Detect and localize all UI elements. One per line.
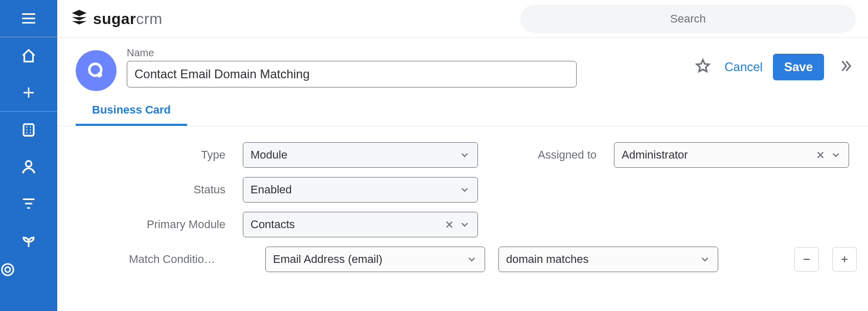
tab-strip: Business Card (57, 91, 868, 126)
plus-icon (839, 254, 850, 264)
chevron-down-icon (830, 149, 841, 161)
primary-module-label: Primary Module (57, 218, 239, 231)
form-body: Type Module Assigned to Administrator St… (57, 126, 868, 277)
plus-icon (21, 85, 36, 100)
type-label: Type (57, 148, 239, 162)
svg-rect-0 (24, 124, 34, 136)
star-icon (695, 58, 711, 74)
status-label: Status (57, 183, 239, 196)
nav-accounts-button[interactable] (0, 112, 57, 148)
svg-point-1 (26, 161, 31, 167)
status-value: Enabled (250, 183, 459, 196)
nav-target-button[interactable] (0, 259, 57, 279)
chevron-down-icon (699, 254, 711, 265)
type-select[interactable]: Module (243, 142, 478, 168)
match-conditions-label: Match Conditio… (57, 253, 229, 266)
nav-contacts-button[interactable] (0, 148, 57, 185)
primary-module-value: Contacts (250, 218, 444, 231)
more-actions-button[interactable] (834, 55, 857, 79)
record-header: Name Cancel Save (57, 38, 868, 91)
save-button[interactable]: Save (773, 54, 824, 80)
primary-module-select[interactable]: Contacts (243, 212, 478, 237)
match-operator-value: domain matches (506, 253, 699, 266)
home-icon (20, 47, 37, 64)
assigned-to-value: Administrator (622, 148, 815, 162)
filter-icon (20, 195, 37, 212)
chevron-double-right-icon (837, 58, 854, 74)
target-icon (0, 262, 15, 277)
hamburger-icon (20, 10, 37, 27)
minus-icon (802, 254, 812, 264)
match-field-select[interactable]: Email Address (email) (265, 247, 485, 272)
match-field-value: Email Address (email) (273, 253, 466, 266)
topbar: sugarcrm (57, 0, 868, 38)
brand-logo-icon (70, 8, 89, 30)
clear-icon[interactable] (444, 219, 455, 230)
record-type-icon (76, 50, 117, 91)
nav-home-button[interactable] (0, 37, 57, 74)
brand-text: sugarcrm (93, 10, 163, 28)
name-field-input[interactable] (127, 61, 577, 87)
person-icon (20, 158, 37, 175)
nav-rail (0, 0, 57, 311)
status-select[interactable]: Enabled (243, 177, 478, 203)
nav-menu-button[interactable] (0, 0, 57, 37)
nav-add-button[interactable] (0, 74, 57, 111)
svg-point-3 (5, 267, 10, 272)
name-field-label: Name (127, 47, 577, 59)
assigned-to-select[interactable]: Administrator (614, 142, 849, 168)
nav-filter-button[interactable] (0, 185, 57, 222)
cancel-button[interactable]: Cancel (724, 60, 763, 74)
match-operator-select[interactable]: domain matches (498, 247, 718, 272)
chevron-down-icon (459, 184, 470, 195)
chevron-down-icon (466, 254, 477, 265)
remove-condition-button[interactable] (794, 247, 819, 272)
chevron-down-icon (459, 219, 470, 230)
search-input[interactable] (520, 12, 856, 26)
global-search[interactable] (520, 5, 856, 33)
nav-growth-button[interactable] (0, 222, 57, 259)
sprout-icon (20, 232, 37, 249)
type-value: Module (250, 148, 459, 162)
main-area: sugarcrm Name Cancel Save Business Card (57, 0, 868, 311)
tab-business-card[interactable]: Business Card (76, 103, 187, 126)
assigned-to-label: Assigned to (482, 148, 610, 162)
add-condition-button[interactable] (832, 247, 857, 272)
building-icon (20, 121, 37, 139)
brand[interactable]: sugarcrm (70, 8, 163, 30)
svg-point-2 (2, 264, 14, 276)
chevron-down-icon (459, 149, 470, 161)
favorite-button[interactable] (692, 55, 714, 79)
clear-icon[interactable] (815, 149, 826, 161)
